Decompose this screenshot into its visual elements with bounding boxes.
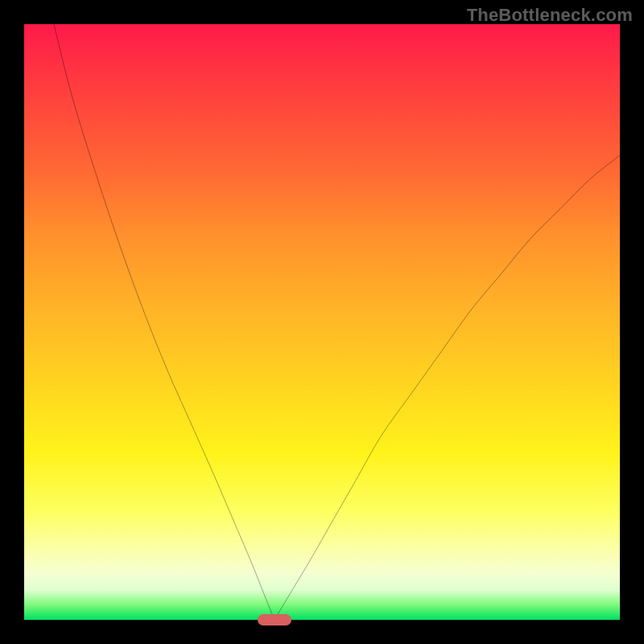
curve-right-branch: [275, 155, 620, 620]
bottleneck-marker: [258, 614, 291, 625]
curve-svg: [24, 24, 620, 620]
watermark-text: TheBottleneck.com: [467, 5, 633, 26]
chart-container: TheBottleneck.com: [0, 0, 644, 644]
plot-area: [24, 24, 620, 620]
curve-left-branch: [54, 24, 275, 620]
